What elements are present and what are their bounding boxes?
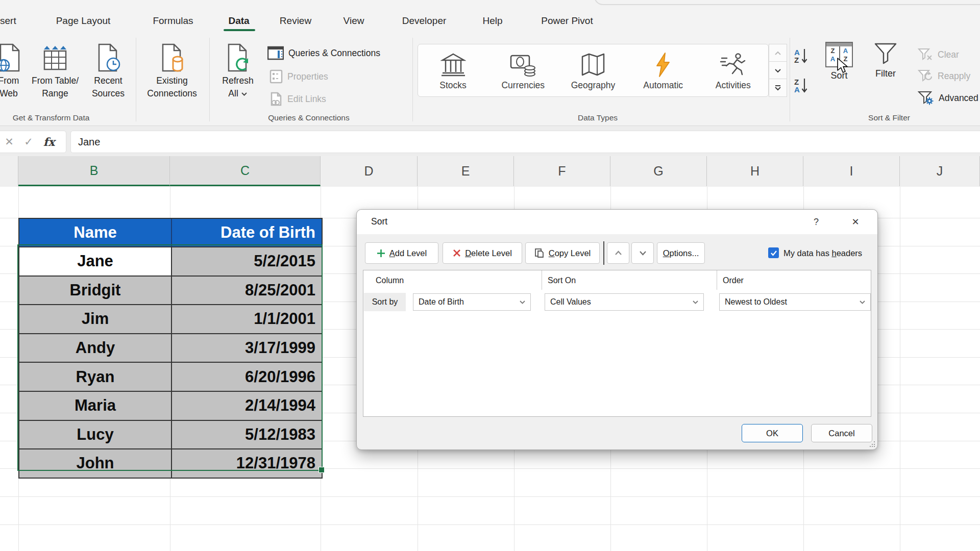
activities-button[interactable]: Activities [700, 51, 766, 91]
gallery-scroll-up-button[interactable] [769, 44, 787, 62]
formula-input[interactable]: Jane [70, 131, 980, 153]
tab-insert[interactable]: sert [0, 15, 16, 27]
chevron-up-icon [774, 51, 781, 56]
tab-page-layout[interactable]: Page Layout [56, 15, 111, 27]
ribbon-group-divider [412, 38, 413, 121]
existing-connections-button[interactable]: ExistingConnections [140, 41, 204, 99]
group-label-get-transform: Get & Transform Data [13, 113, 90, 122]
tab-view[interactable]: View [344, 15, 364, 27]
cancel-entry-icon[interactable]: ✕ [1, 131, 18, 153]
properties-button[interactable]: Properties [270, 69, 328, 84]
stocks-button[interactable]: Stocks [420, 51, 486, 91]
order-header-label: Order [723, 276, 744, 285]
table-header-row[interactable]: Name Date of Birth [19, 219, 322, 247]
table-row[interactable]: Jane 5/2/2015 [19, 247, 322, 277]
column-header-e[interactable]: E [418, 156, 514, 186]
table-row[interactable]: Andy 3/17/1999 [19, 334, 322, 363]
tab-help[interactable]: Help [482, 15, 502, 27]
delete-level-button[interactable]: Delete Level [443, 242, 522, 264]
column-header-d[interactable]: D [321, 156, 418, 186]
column-header-h[interactable]: H [707, 156, 803, 186]
sort-criteria-panel: Column Sort On Order Sort by Date of Bir… [363, 270, 871, 417]
move-level-down-button[interactable] [631, 242, 654, 264]
sort-by-label: Sort by [364, 293, 406, 311]
plus-icon [377, 249, 385, 258]
resize-grip[interactable] [869, 441, 875, 447]
tab-power-pivot[interactable]: Power Pivot [541, 15, 593, 27]
order-dropdown[interactable]: Newest to Oldest [719, 293, 871, 311]
tab-formulas[interactable]: Formulas [153, 15, 193, 27]
sort-ascending-button[interactable]: A Z [794, 48, 821, 64]
refresh-all-button[interactable]: Refresh All [206, 41, 270, 99]
sort-on-header-label: Sort On [548, 276, 576, 285]
stocks-icon [420, 51, 486, 79]
group-label-sort-filter: Sort & Filter [868, 113, 910, 122]
gallery-scroll-down-button[interactable] [769, 61, 787, 80]
currencies-button[interactable]: Currencies [490, 51, 556, 91]
formula-bar: ✕ ✓ fx Jane [0, 126, 980, 157]
panel-divider [717, 270, 717, 290]
filter-button[interactable]: Filter [869, 42, 902, 79]
column-header-g[interactable]: G [610, 156, 707, 186]
sort-on-dropdown[interactable]: Cell Values [545, 293, 704, 311]
reapply-filter-button[interactable]: Reapply [918, 69, 970, 83]
add-level-button[interactable]: Add Level [365, 242, 438, 264]
gallery-more-icon [774, 85, 781, 91]
edit-links-button[interactable]: Edit Links [270, 92, 326, 106]
table-row[interactable]: Lucy 5/12/1983 [19, 421, 322, 450]
options-button[interactable]: Options... [657, 242, 705, 264]
tab-data[interactable]: Data [228, 15, 249, 27]
confirm-entry-icon[interactable]: ✓ [20, 131, 37, 153]
move-level-up-button[interactable] [607, 242, 629, 264]
column-header-i[interactable]: I [803, 156, 900, 186]
table-row[interactable]: Bridgit 8/25/2001 [19, 277, 322, 306]
ok-button[interactable]: OK [742, 424, 803, 442]
queries-connections-button[interactable]: Queries & Connections [267, 46, 380, 60]
my-data-has-headers-checkbox[interactable] [768, 247, 779, 258]
active-cell[interactable]: Jane [19, 247, 171, 276]
copy-level-button[interactable]: Copy Level [525, 242, 600, 264]
table-row[interactable]: John 12/31/1978 [19, 449, 322, 478]
refresh-icon [206, 41, 270, 72]
chevron-down-icon [639, 251, 647, 256]
az-letters: A Z [794, 48, 800, 64]
cancel-button[interactable]: Cancel [811, 424, 872, 442]
chevron-up-icon [615, 251, 622, 256]
gallery-more-button[interactable] [769, 79, 787, 97]
table-header-name[interactable]: Name [19, 219, 171, 246]
clear-filter-button[interactable]: Clear [918, 48, 959, 61]
column-header-j[interactable]: J [900, 156, 980, 186]
table-header-dob[interactable]: Date of Birth [171, 219, 322, 246]
advanced-filter-button[interactable]: Advanced [918, 91, 978, 105]
insert-function-icon[interactable]: fx [40, 131, 58, 153]
column-header-a[interactable] [0, 156, 18, 186]
tab-review[interactable]: Review [280, 15, 311, 27]
column-header-row: B C D E F G H I J [0, 156, 980, 187]
table-row[interactable]: Maria 2/14/1994 [19, 392, 322, 421]
ribbon: FromWeb From Table/Range [0, 34, 980, 126]
column-header-c[interactable]: C [170, 156, 321, 186]
advanced-filter-icon [918, 91, 934, 105]
recent-sources-button[interactable]: RecentSources [77, 41, 140, 99]
table-row[interactable]: Ryan 6/20/1996 [19, 363, 322, 392]
existing-connections-icon [140, 41, 204, 72]
currencies-icon [490, 51, 556, 79]
column-header-f[interactable]: F [514, 156, 610, 186]
arrow-down-icon [801, 78, 807, 94]
table-row[interactable]: Jim 1/1/2001 [19, 305, 322, 334]
help-button[interactable]: ? [808, 215, 824, 229]
automatic-button[interactable]: Automatic [630, 51, 696, 91]
chevron-down-icon [692, 300, 699, 305]
sort-column-dropdown[interactable]: Date of Birth [413, 293, 531, 311]
tab-developer[interactable]: Developer [402, 15, 447, 27]
group-label-data-types: Data Types [578, 113, 618, 122]
dialog-title: Sort [371, 216, 387, 227]
search-box-remnant [594, 0, 980, 5]
geography-button[interactable]: Geography [560, 51, 626, 91]
dialog-title-bar[interactable]: Sort ? ✕ [357, 210, 877, 234]
copy-icon [534, 248, 545, 258]
reapply-filter-icon [918, 69, 933, 83]
column-header-b[interactable]: B [18, 156, 170, 186]
sort-descending-button[interactable]: Z A [794, 78, 821, 94]
close-icon[interactable]: ✕ [848, 215, 863, 229]
